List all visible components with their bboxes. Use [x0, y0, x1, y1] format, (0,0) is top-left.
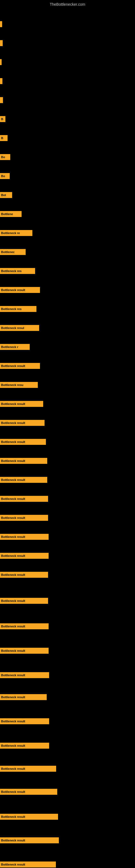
bar-row-14: Bottleneck result	[0, 287, 135, 293]
bar-35: Bottleneck result	[0, 718, 49, 724]
bar-4	[0, 97, 3, 103]
bar-24: Bottleneck result	[0, 477, 47, 483]
bar-row-39: Bottleneck result	[0, 814, 135, 820]
bar-12: Bottlenec	[0, 249, 26, 255]
bar-39: Bottleneck result	[0, 814, 58, 820]
bar-label-36: Bottleneck result	[1, 744, 25, 747]
bar-row-28: Bottleneck result	[0, 553, 135, 559]
bar-row-6: B	[0, 135, 135, 141]
bar-row-21: Bottleneck result	[0, 420, 135, 426]
bar-row-40: Bottleneck result	[0, 837, 135, 843]
bar-row-38: Bottleneck result	[0, 789, 135, 795]
bar-row-2	[0, 59, 135, 65]
bar-34: Bottleneck result	[0, 694, 47, 700]
bar-7: Bo	[0, 154, 10, 160]
bar-row-10: Bottlene	[0, 211, 135, 217]
bar-28: Bottleneck result	[0, 553, 49, 559]
bar-label-26: Bottleneck result	[1, 516, 25, 520]
bar-row-11: Bottleneck re	[0, 230, 135, 236]
bar-23: Bottleneck result	[0, 458, 47, 464]
bar-row-17: Bottleneck r	[0, 344, 135, 350]
bar-label-31: Bottleneck result	[1, 625, 25, 628]
bar-row-18: Bottleneck result	[0, 363, 135, 369]
bar-label-25: Bottleneck result	[1, 497, 25, 500]
bar-row-9: Bot	[0, 192, 135, 198]
bar-label-39: Bottleneck result	[1, 815, 25, 818]
bar-row-32: Bottleneck result	[0, 648, 135, 654]
bar-11: Bottleneck re	[0, 230, 32, 236]
bar-row-0	[0, 21, 135, 27]
bar-13: Bottleneck res	[0, 268, 35, 274]
bar-label-6: B	[1, 136, 3, 140]
bar-row-24: Bottleneck result	[0, 477, 135, 483]
bar-26: Bottleneck result	[0, 515, 48, 521]
site-title: TheBottlenecker.com	[0, 0, 135, 8]
bar-38: Bottleneck result	[0, 789, 57, 795]
bar-row-27: Bottleneck result	[0, 534, 135, 540]
bar-25: Bottleneck result	[0, 496, 48, 502]
bar-37: Bottleneck result	[0, 766, 56, 772]
bar-label-37: Bottleneck result	[1, 767, 25, 770]
bar-15: Bottleneck res	[0, 306, 37, 312]
bar-label-16: Bottleneck resul	[1, 326, 24, 330]
bar-label-11: Bottleneck re	[1, 231, 20, 235]
bar-row-41: Bottleneck result	[0, 862, 135, 867]
bar-label-41: Bottleneck result	[1, 863, 25, 866]
bar-label-21: Bottleneck result	[1, 421, 25, 425]
bar-label-33: Bottleneck result	[1, 674, 25, 677]
bar-label-15: Bottleneck res	[1, 307, 21, 311]
bar-row-3	[0, 78, 135, 84]
bar-label-20: Bottleneck result	[1, 402, 25, 405]
bar-row-37: Bottleneck result	[0, 766, 135, 772]
bar-label-10: Bottlene	[1, 212, 13, 216]
bar-row-23: Bottleneck result	[0, 458, 135, 464]
bar-label-8: Bo	[1, 175, 5, 178]
bar-label-40: Bottleneck result	[1, 839, 25, 842]
bar-label-34: Bottleneck result	[1, 695, 25, 699]
bar-2	[0, 59, 2, 65]
bar-label-28: Bottleneck result	[1, 554, 25, 557]
bar-label-29: Bottleneck result	[1, 573, 25, 577]
bar-19: Bottleneck resu	[0, 382, 38, 388]
bar-label-12: Bottlenec	[1, 250, 14, 254]
bar-label-18: Bottleneck result	[1, 364, 25, 368]
bar-label-7: Bo	[1, 155, 5, 159]
bar-label-13: Bottleneck res	[1, 269, 21, 273]
bars-container: BBBoBoBotBottleneBottleneck reBottlenecB…	[0, 8, 135, 862]
bar-33: Bottleneck result	[0, 672, 49, 678]
bar-label-32: Bottleneck result	[1, 649, 25, 652]
bar-32: Bottleneck result	[0, 648, 49, 654]
bar-label-14: Bottleneck result	[1, 288, 25, 291]
bar-row-30: Bottleneck result	[0, 598, 135, 604]
bar-row-29: Bottleneck result	[0, 572, 135, 578]
bar-5: B	[0, 116, 5, 122]
bar-1	[0, 40, 3, 46]
bar-row-13: Bottleneck res	[0, 268, 135, 274]
bar-6: B	[0, 135, 8, 141]
bar-22: Bottleneck result	[0, 439, 46, 445]
bar-20: Bottleneck result	[0, 401, 43, 407]
bar-10: Bottlene	[0, 211, 21, 217]
bar-27: Bottleneck result	[0, 534, 49, 540]
bar-36: Bottleneck result	[0, 743, 49, 749]
bar-8: Bo	[0, 173, 10, 179]
bar-16: Bottleneck resul	[0, 325, 39, 331]
bar-29: Bottleneck result	[0, 572, 48, 578]
bar-40: Bottleneck result	[0, 837, 59, 843]
bar-row-20: Bottleneck result	[0, 401, 135, 407]
bar-row-34: Bottleneck result	[0, 694, 135, 700]
bar-row-26: Bottleneck result	[0, 515, 135, 521]
bar-row-5: B	[0, 116, 135, 122]
bar-row-22: Bottleneck result	[0, 439, 135, 445]
bar-18: Bottleneck result	[0, 363, 40, 369]
bar-label-24: Bottleneck result	[1, 478, 25, 482]
bar-row-4	[0, 97, 135, 103]
bar-row-31: Bottleneck result	[0, 623, 135, 629]
bar-row-12: Bottlenec	[0, 249, 135, 255]
bar-label-17: Bottleneck r	[1, 345, 18, 348]
bar-21: Bottleneck result	[0, 420, 45, 426]
bar-row-16: Bottleneck resul	[0, 325, 135, 331]
bar-label-9: Bot	[1, 193, 6, 197]
bar-9: Bot	[0, 192, 12, 198]
bar-0	[0, 21, 2, 27]
